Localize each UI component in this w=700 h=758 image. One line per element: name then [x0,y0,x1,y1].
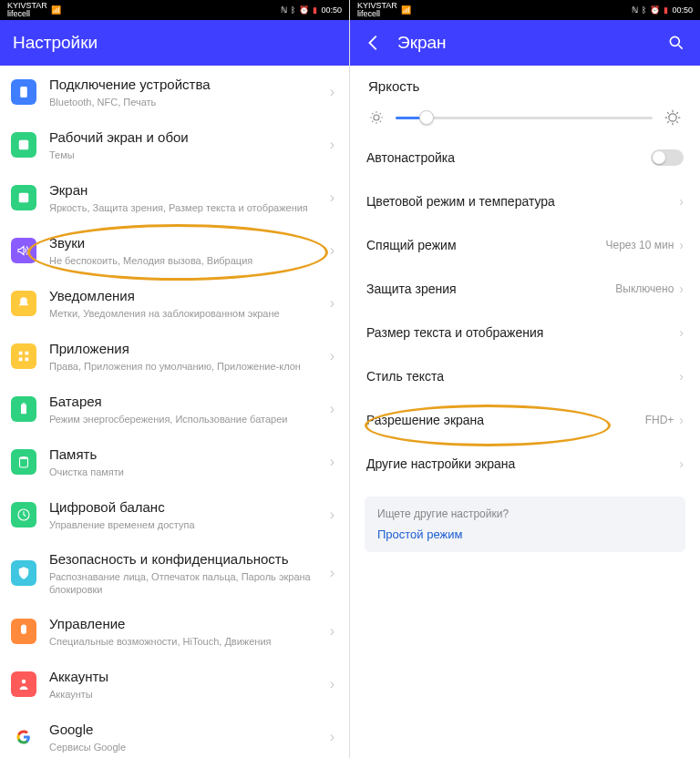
svg-rect-1 [19,140,29,150]
setting-icon [11,502,36,528]
svg-rect-6 [26,358,29,362]
setting-item[interactable]: Экран Яркость, Защита зрения, Размер тек… [0,171,349,224]
item-label: Разрешение экрана [366,413,645,427]
setting-item[interactable]: Аккаунты Аккаунты › [0,658,349,711]
display-item[interactable]: Другие настройки экрана › [350,442,700,486]
chevron-right-icon: › [679,194,684,209]
carrier-2: lifecell [7,9,30,18]
svg-point-14 [374,115,379,120]
status-time: 00:50 [321,5,342,15]
setting-icon [11,671,36,697]
brightness-high-icon [664,108,682,127]
setting-label: Звуки [49,234,330,252]
settings-list[interactable]: Подключение устройства Bluetooth, NFC, П… [0,66,349,758]
statusbar: KYIVSTARlifecell 📶 ℕ ᛒ ⏰ ▮ 00:50 [0,0,349,20]
setting-icon [11,449,36,475]
setting-label: Память [49,446,330,464]
auto-brightness-label: Автонастройка [366,150,651,165]
setting-item[interactable]: Рабочий экран и обои Темы › [0,118,349,171]
setting-label: Уведомления [49,287,330,305]
display-item[interactable]: Цветовой режим и температура › [350,179,700,223]
setting-icon [11,291,36,316]
svg-point-15 [669,114,676,121]
setting-item[interactable]: Уведомления Метки, Уведомления на заблок… [0,277,349,330]
page-title: Экран [397,33,665,53]
setting-sublabel: Специальные возможности, HiTouch, Движен… [49,635,330,648]
item-label: Защита зрения [366,282,615,296]
bluetooth-icon: ᛒ [291,5,295,15]
brightness-low-icon [368,109,385,126]
brightness-slider[interactable] [396,117,653,119]
setting-label: Google [49,721,330,739]
auto-brightness-toggle[interactable] [651,149,684,166]
chevron-right-icon: › [679,238,684,252]
setting-label: Экран [49,181,330,200]
footer-box: Ищете другие настройки? Простой режим [365,497,685,552]
setting-item[interactable]: Батарея Режим энергосбережения, Использо… [0,383,349,435]
setting-item[interactable]: Приложения Права, Приложения по умолчани… [0,330,349,383]
chevron-right-icon: › [330,137,335,153]
setting-item[interactable]: Звуки Не беспокоить, Мелодия вызова, Виб… [0,224,349,277]
chevron-right-icon: › [330,507,335,523]
bluetooth-icon: ᛒ [642,5,646,15]
chevron-right-icon: › [330,190,335,206]
display-item[interactable]: Стиль текста › [350,354,700,398]
setting-text: Google Сервисы Google [49,721,330,753]
svg-rect-8 [23,403,26,405]
chevron-right-icon: › [330,623,335,640]
chevron-right-icon: › [679,325,684,340]
auto-brightness-row[interactable]: Автонастройка [350,136,700,179]
setting-icon [11,560,36,586]
display-item[interactable]: Разрешение экрана FHD+ › [350,398,700,442]
back-button[interactable] [363,32,385,54]
header: Экран [350,20,700,66]
setting-label: Подключение устройства [49,76,330,94]
display-item[interactable]: Размер текста и отображения › [350,311,700,354]
simple-mode-link[interactable]: Простой режим [377,528,673,541]
display-list[interactable]: Яркость Автонастройка Цветовой режим и т… [350,66,700,758]
search-button[interactable] [665,32,687,54]
display-item[interactable]: Спящий режим Через 10 мин › [350,223,700,267]
setting-text: Подключение устройства Bluetooth, NFC, П… [49,76,330,108]
settings-screen: KYIVSTARlifecell 📶 ℕ ᛒ ⏰ ▮ 00:50 Настрой… [0,0,350,758]
chevron-right-icon: › [330,295,335,312]
setting-icon [11,619,36,644]
setting-icon [11,185,36,210]
setting-icon [11,343,36,369]
item-label: Стиль текста [366,369,679,384]
svg-point-11 [22,680,26,684]
setting-label: Цифровой баланс [49,498,330,517]
setting-item[interactable]: Подключение устройства Bluetooth, NFC, П… [0,66,349,118]
setting-item[interactable]: Цифровой баланс Управление временем дост… [0,488,349,541]
svg-rect-2 [19,193,29,203]
alarm-icon: ⏰ [299,5,309,15]
setting-sublabel: Метки, Уведомления на заблокированном эк… [49,307,330,320]
signal-icon: 📶 [51,5,61,15]
setting-icon [11,132,36,158]
setting-sublabel: Управление временем доступа [49,518,330,531]
chevron-right-icon: › [679,282,684,296]
setting-item[interactable]: Память Очистка памяти › [0,435,349,488]
chevron-right-icon: › [330,401,335,417]
display-screen: KYIVSTARlifecell 📶 ℕ ᛒ ⏰ ▮ 00:50 Экран Я… [350,0,700,758]
setting-text: Звуки Не беспокоить, Мелодия вызова, Виб… [49,234,330,267]
setting-item[interactable]: Google Сервисы Google › [0,711,349,758]
setting-sublabel: Не беспокоить, Мелодия вызова, Вибрация [49,254,330,267]
display-item[interactable]: Защита зрения Выключено › [350,267,700,311]
svg-rect-4 [26,352,29,355]
nfc-icon: ℕ [632,5,638,15]
page-title: Настройки [13,33,336,53]
chevron-right-icon: › [679,369,684,384]
setting-sublabel: Сервисы Google [49,741,330,753]
chevron-right-icon: › [330,565,335,581]
nfc-icon: ℕ [281,5,287,15]
setting-item[interactable]: Безопасность и конфиденциальность Распоз… [0,541,349,605]
setting-sublabel: Темы [49,149,330,161]
setting-item[interactable]: Управление Специальные возможности, HiTo… [0,605,349,658]
setting-label: Аккаунты [49,668,330,686]
item-value: Через 10 мин [605,239,674,251]
setting-sublabel: Bluetooth, NFC, Печать [49,96,330,108]
carrier-2: lifecell [357,9,380,18]
setting-sublabel: Распознавание лица, Отпечаток пальца, Па… [49,570,330,597]
battery-icon: ▮ [664,5,668,15]
